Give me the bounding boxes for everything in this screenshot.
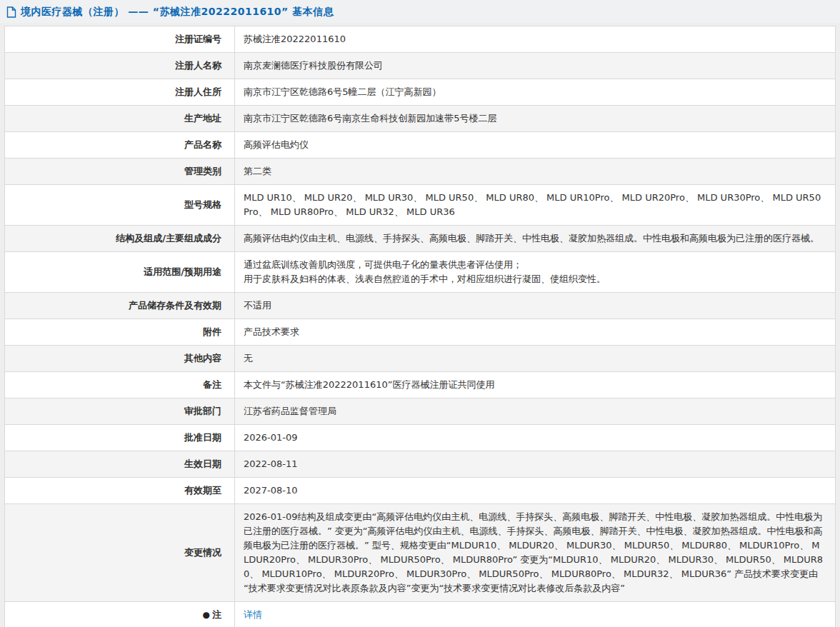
row-value: 详情 (235, 602, 836, 627)
table-row: 备注 本文件与“苏械注准20222011610”医疗器械注册证共同使用 (5, 372, 836, 398)
page-header: 境内医疗器械（注册） —— “苏械注准20222011610” 基本信息 (0, 0, 840, 23)
table-row: 生效日期 2022-08-11 (5, 451, 836, 478)
row-label: 注册证编号 (5, 26, 235, 53)
row-label: 型号规格 (5, 185, 235, 226)
row-value: 2027-08-10 (235, 478, 836, 504)
row-label: 注册人名称 (5, 53, 235, 79)
table-row: 其他内容 无 (5, 346, 836, 372)
row-label: 结构及组成/主要组成成分 (5, 226, 235, 252)
info-table-body: 注册证编号 苏械注准20222011610 注册人名称 南京麦澜德医疗科技股份有… (5, 26, 836, 627)
row-label: 审批部门 (5, 398, 235, 425)
table-row: 附件 产品技术要求 (5, 319, 836, 346)
row-value: 不适用 (235, 293, 836, 319)
table-row: 有效期至 2027-08-10 (5, 478, 836, 504)
row-value: 2026-01-09结构及组成变更由“高频评估电灼仪由主机、电源线、手持探头、高… (235, 504, 836, 602)
row-value: 苏械注准20222011610 (235, 26, 836, 53)
table-row: 型号规格 MLD UR10、 MLD UR20、 MLD UR30、 MLD U… (5, 185, 836, 226)
table-row: 变更情况 2026-01-09结构及组成变更由“高频评估电灼仪由主机、电源线、手… (5, 504, 836, 602)
table-row: 注册人名称 南京麦澜德医疗科技股份有限公司 (5, 53, 836, 79)
row-value: MLD UR10、 MLD UR20、 MLD UR30、 MLD UR50、 … (235, 185, 836, 226)
row-label: 批准日期 (5, 425, 235, 451)
row-value: 南京麦澜德医疗科技股份有限公司 (235, 53, 836, 79)
row-label: 变更情况 (5, 504, 235, 602)
row-value: 高频评估电灼仪由主机、电源线、手持探头、高频电极、脚踏开关、中性电极、凝胶加热器… (235, 226, 836, 252)
row-value: 2026-01-09 (235, 425, 836, 451)
table-row: 生产地址 南京市江宁区乾德路6号南京生命科技创新园加速带5号楼二层 (5, 106, 836, 132)
row-value: 南京市江宁区乾德路6号5幢二层（江宁高新园） (235, 79, 836, 106)
row-label: 产品名称 (5, 132, 235, 159)
table-row: 产品储存条件及有效期 不适用 (5, 293, 836, 319)
row-label: 有效期至 (5, 478, 235, 504)
registration-info-table: 注册证编号 苏械注准20222011610 注册人名称 南京麦澜德医疗科技股份有… (4, 26, 836, 627)
row-value: 本文件与“苏械注准20222011610”医疗器械注册证共同使用 (235, 372, 836, 398)
row-label: ●注 (5, 602, 235, 627)
row-value: 第二类 (235, 159, 836, 185)
row-label: 适用范围/预期用途 (5, 252, 235, 293)
table-row: 管理类别 第二类 (5, 159, 836, 185)
detail-link[interactable]: 详情 (244, 609, 262, 620)
row-label: 备注 (5, 372, 235, 398)
table-row: 产品名称 高频评估电灼仪 (5, 132, 836, 159)
row-label: 产品储存条件及有效期 (5, 293, 235, 319)
row-label: 管理类别 (5, 159, 235, 185)
row-label: 注册人住所 (5, 79, 235, 106)
note-bullet-icon: ● (203, 610, 210, 620)
document-icon (6, 6, 16, 18)
row-value: 江苏省药品监督管理局 (235, 398, 836, 425)
row-label: 其他内容 (5, 346, 235, 372)
table-row: ●注 详情 (5, 602, 836, 627)
table-row: 审批部门 江苏省药品监督管理局 (5, 398, 836, 425)
row-value: 无 (235, 346, 836, 372)
table-row: 结构及组成/主要组成成分 高频评估电灼仪由主机、电源线、手持探头、高频电极、脚踏… (5, 226, 836, 252)
row-value: 南京市江宁区乾德路6号南京生命科技创新园加速带5号楼二层 (235, 106, 836, 132)
row-label: 附件 (5, 319, 235, 346)
row-value: 高频评估电灼仪 (235, 132, 836, 159)
table-row: 批准日期 2026-01-09 (5, 425, 836, 451)
row-value: 2022-08-11 (235, 451, 836, 478)
table-row: 注册人住所 南京市江宁区乾德路6号5幢二层（江宁高新园） (5, 79, 836, 106)
table-row: 适用范围/预期用途 通过盆底训练改善肌肉强度，可提供电子化的量表供患者评估使用；… (5, 252, 836, 293)
row-value: 产品技术要求 (235, 319, 836, 346)
page-title: 境内医疗器械（注册） —— “苏械注准20222011610” 基本信息 (21, 6, 334, 19)
row-label: 生产地址 (5, 106, 235, 132)
row-label: 生效日期 (5, 451, 235, 478)
table-row: 注册证编号 苏械注准20222011610 (5, 26, 836, 53)
row-value: 通过盆底训练改善肌肉强度，可提供电子化的量表供患者评估使用； 用于皮肤科及妇科的… (235, 252, 836, 293)
